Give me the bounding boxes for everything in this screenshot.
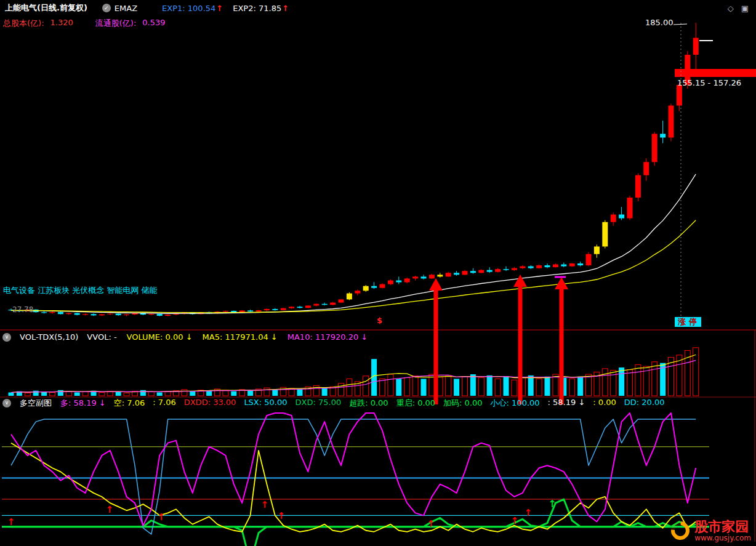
low-price-label: 27.78 — [12, 305, 33, 314]
oscillator-field-4: LSX: 50.00 — [244, 398, 287, 409]
exp2-value: 71.85 — [259, 4, 281, 13]
up-arrow-icon: ↑ — [282, 4, 289, 13]
oscillator-field-9: 小心: 100.00 — [491, 398, 540, 409]
oscillator-indicator-name: 多空副图 — [20, 398, 52, 409]
oscillator-line-green — [11, 499, 696, 546]
float-shares-field: 流通股(亿): 0.539 — [95, 18, 166, 29]
current-price-range-label: 155.15 - 157.26 — [677, 78, 741, 87]
watermark-site-name: 股市家园 — [694, 520, 749, 534]
exp2-label: EXP2: — [233, 4, 256, 13]
dividend-event-marker: $ — [377, 316, 382, 325]
exp1-value: 100.54 — [188, 4, 216, 13]
total-equity-field: 总股本(亿): 1.320 — [3, 18, 73, 29]
volume-readout-fields: VVOL: -VOLUME: 0.00 ↓MA5: 117971.04 ↓MA1… — [87, 332, 368, 342]
oscillator-field-3: DXDD: 33.00 — [184, 398, 236, 409]
oscillator-field-8: 加码: 0.00 — [443, 398, 482, 409]
up-arrow-marker: ↑ — [511, 515, 519, 526]
exp2-readout: EXP2: 71.85↑ — [233, 4, 289, 13]
oscillator-field-1: 空: 7.06 — [114, 398, 145, 409]
oscillator-field-0: 多: 58.19 ↓ — [60, 398, 106, 409]
up-arrow-marker: ↑ — [106, 504, 114, 515]
volume-field-2: MA5: 117971.04 ↓ — [203, 332, 278, 342]
equity-info-bar: 总股本(亿): 1.320 流通股(亿): 0.539 — [0, 16, 756, 31]
charts-canvas[interactable]: ↑↑↑↑↑↑↑↑↑ — [0, 0, 756, 546]
oscillator-field-5: DXD: 75.00 — [296, 398, 342, 409]
green-up-arrow-marker: ↑ — [548, 498, 556, 510]
oscillator-pane-header: ∨ 多空副图 多: 58.19 ↓空: 7.06: 7.06DXDD: 33.0… — [0, 398, 756, 408]
oscillator-line-magenta — [11, 413, 696, 526]
oscillator-pane-toggle-icon[interactable]: ∨ — [2, 399, 11, 407]
volume-indicator-name: VOL-TDX(5,10) — [20, 332, 78, 342]
buy-signal-arrow-head — [513, 275, 527, 287]
oscillator-field-11: : 0.00 — [593, 398, 616, 409]
tdx-trading-terminal: ↑↑↑↑↑↑↑↑↑ 上能电气(日线.前复权) ✓ EMAZ EXP1: 100.… — [0, 0, 756, 546]
title-bar: 上能电气(日线.前复权) ✓ EMAZ EXP1: 100.54↑ EXP2: … — [0, 0, 756, 16]
watermark-site-url: www.gusjy.com — [694, 534, 751, 542]
total-equity-label: 总股本(亿): — [3, 18, 44, 29]
watermark-logo-icon — [667, 518, 693, 544]
volume-field-0: VVOL: - — [87, 332, 116, 342]
up-arrow-marker: ↑ — [261, 499, 269, 510]
limit-up-badge: 涨停 — [675, 317, 701, 327]
oscillator-field-7: 重启: 0.00 — [396, 398, 435, 409]
oscillator-field-2: : 7.06 — [153, 398, 175, 409]
stock-title: 上能电气(日线.前复权) — [5, 2, 87, 14]
up-arrow-icon: ↑ — [216, 4, 223, 13]
exp1-label: EXP1: — [162, 4, 185, 13]
buy-signal-arrow-head — [555, 277, 568, 289]
volume-field-3: MA10: 117920.20 ↓ — [288, 332, 368, 342]
indicator-toggle-icon[interactable]: ✓ — [102, 4, 111, 12]
oscillator-field-6: 超跌: 0.00 — [349, 398, 388, 409]
diamond-icon[interactable]: ◇ — [728, 4, 734, 13]
oscillator-readout-fields: 多: 58.19 ↓空: 7.06: 7.06DXDD: 33.00LSX: 5… — [60, 398, 665, 409]
total-equity-value: 1.320 — [50, 18, 73, 29]
volume-pane-toggle-icon[interactable]: ∨ — [2, 333, 11, 342]
window-panel-icon[interactable]: ▣ — [741, 4, 749, 13]
float-shares-label: 流通股(亿): — [95, 18, 137, 29]
buy-signal-arrow-head — [429, 278, 443, 291]
oscillator-line-cyan — [11, 419, 696, 534]
oscillator-field-10: : 58.19 ↓ — [548, 398, 585, 409]
site-watermark: 股市家园 www.gusjy.com — [671, 520, 751, 542]
up-arrow-marker: ↑ — [158, 512, 166, 523]
up-arrow-marker: ↑ — [525, 507, 533, 518]
volume-pane-header: ∨ VOL-TDX(5,10) VVOL: -VOLUME: 0.00 ↓MA5… — [0, 331, 756, 343]
up-arrow-marker: ↑ — [7, 516, 15, 528]
oscillator-field-12: DD: 20.00 — [624, 398, 665, 409]
up-arrow-marker: ↑ — [278, 510, 286, 521]
volume-field-1: VOLUME: 0.00 ↓ — [127, 332, 193, 342]
overlay-indicator-label: EMAZ — [115, 4, 137, 13]
float-shares-value: 0.539 — [142, 18, 165, 29]
up-arrow-marker: ↑ — [427, 518, 435, 529]
exp1-readout: EXP1: 100.54↑ — [162, 4, 223, 13]
sector-tags: 电气设备 江苏板块 光伏概念 智能电网 储能 — [3, 285, 158, 296]
